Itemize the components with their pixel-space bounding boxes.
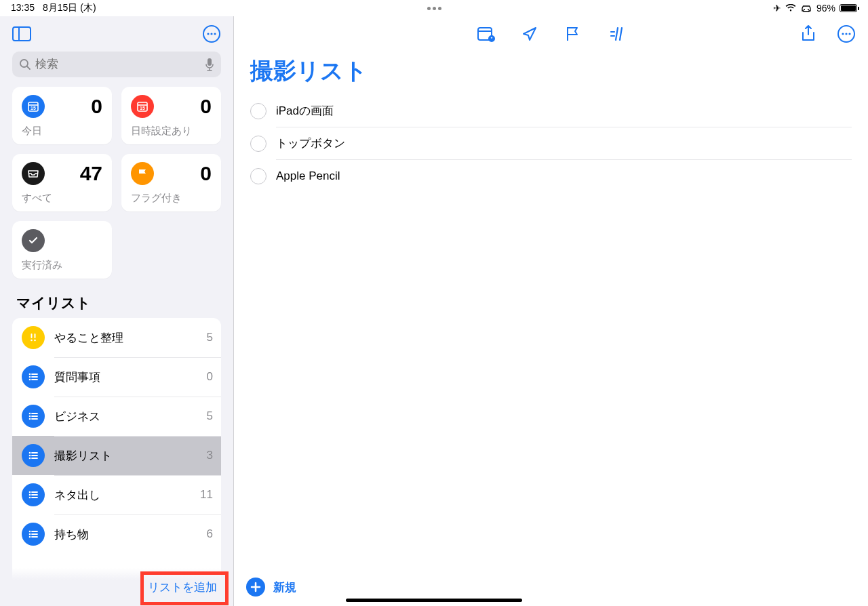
svg-rect-20	[35, 334, 36, 338]
svg-point-21	[29, 373, 31, 376]
airplane-icon: ✈	[773, 3, 781, 14]
smart-card-2[interactable]: 47 すべて	[12, 154, 112, 211]
smart-count: 0	[91, 95, 102, 118]
svg-point-19	[34, 340, 36, 342]
main-content: 撮影リスト iPadの画面 トップボタン Apple Pencil 新規	[233, 16, 868, 606]
svg-point-27	[29, 413, 31, 415]
share-icon[interactable]	[799, 24, 818, 43]
battery-icon	[840, 4, 857, 12]
svg-point-46	[29, 533, 31, 536]
list-name: 持ち物	[54, 527, 197, 542]
checkbox-circle[interactable]	[250, 168, 267, 184]
exclaim-icon	[22, 326, 45, 349]
svg-point-22	[29, 376, 31, 378]
list-count: 3	[207, 449, 213, 462]
list-row[interactable]: 質問事項 0	[12, 357, 221, 397]
smart-card-0[interactable]: 15 0 今日	[12, 87, 112, 144]
svg-point-56	[845, 33, 847, 35]
svg-line-9	[27, 66, 30, 69]
smart-count: 0	[200, 95, 212, 118]
svg-point-35	[29, 458, 31, 460]
smart-count: 0	[200, 162, 212, 185]
mic-icon[interactable]	[205, 58, 214, 71]
calendar-icon: 15	[22, 95, 45, 118]
reminder-text: トップボタン	[276, 136, 345, 151]
smart-label: フラグ付き	[131, 192, 212, 205]
smart-count: 47	[80, 162, 102, 185]
list-row[interactable]: ネタ出し 11	[12, 475, 221, 514]
reminder-row[interactable]: iPadの画面	[276, 95, 852, 127]
list-name: ビジネス	[54, 409, 197, 424]
svg-point-5	[207, 33, 209, 35]
svg-point-6	[210, 33, 212, 35]
svg-point-8	[20, 60, 28, 67]
add-list-button[interactable]: リストを追加	[141, 574, 224, 601]
smart-label: 今日	[22, 125, 102, 138]
list-row[interactable]: ビジネス 5	[12, 397, 221, 436]
list-name: やること整理	[54, 330, 197, 346]
svg-point-39	[29, 491, 31, 493]
multitask-dots[interactable]	[96, 7, 773, 10]
list-icon	[22, 365, 45, 388]
sidebar-toggle-icon[interactable]	[12, 24, 31, 43]
list-icon	[22, 483, 45, 506]
list-title: 撮影リスト	[234, 52, 868, 95]
battery-percent: 96%	[816, 3, 835, 14]
smart-label: 実行済み	[22, 259, 102, 272]
reminder-row[interactable]: トップボタン	[276, 127, 852, 160]
svg-point-29	[29, 418, 31, 420]
svg-text:15: 15	[31, 106, 36, 110]
svg-point-0	[804, 9, 805, 10]
list-icon	[22, 444, 45, 467]
status-time: 13:35	[11, 2, 35, 14]
svg-point-57	[848, 33, 850, 35]
list-icon	[22, 523, 45, 546]
list-count: 11	[200, 488, 213, 502]
list-row[interactable]: やること整理 5	[12, 318, 221, 357]
checkbox-circle[interactable]	[250, 103, 267, 119]
reminder-text: Apple Pencil	[276, 169, 340, 183]
list-count: 5	[207, 331, 213, 344]
svg-point-7	[214, 33, 216, 35]
tag-icon[interactable]	[607, 24, 626, 43]
check-icon	[22, 229, 45, 252]
smart-card-3[interactable]: 0 フラグ付き	[121, 154, 221, 211]
calendar-badge-icon[interactable]	[477, 24, 496, 43]
new-reminder-button[interactable]	[246, 578, 265, 597]
wifi-icon	[785, 4, 796, 12]
svg-point-17	[31, 340, 33, 342]
home-indicator[interactable]	[346, 599, 522, 602]
status-date: 8月15日 (木)	[43, 2, 96, 14]
smart-label: 日時設定あり	[131, 125, 212, 138]
svg-rect-18	[31, 334, 33, 338]
list-count: 5	[207, 409, 213, 423]
svg-rect-2	[13, 27, 31, 41]
svg-point-1	[808, 9, 809, 10]
search-icon	[19, 58, 31, 70]
list-row[interactable]: 持ち物 6	[12, 514, 221, 554]
svg-rect-10	[208, 58, 212, 66]
smart-card-4[interactable]: 実行済み	[12, 221, 112, 279]
svg-point-45	[29, 531, 31, 533]
sidebar: 15 0 今日 15 0 日時設定あり 47 すべて 0 フラグ付き 実行済み …	[0, 16, 233, 606]
flag-icon[interactable]	[564, 24, 583, 43]
svg-point-55	[842, 33, 844, 35]
search-input[interactable]	[12, 52, 221, 77]
svg-text:15: 15	[140, 106, 145, 110]
status-icons: ✈ 96%	[773, 3, 857, 14]
svg-point-28	[29, 416, 31, 418]
list-name: ネタ出し	[54, 487, 191, 503]
checkbox-circle[interactable]	[250, 136, 267, 152]
more-icon[interactable]	[837, 24, 856, 43]
new-reminder-label[interactable]: 新規	[273, 580, 296, 595]
reminder-row[interactable]: Apple Pencil	[276, 160, 852, 193]
location-icon[interactable]	[520, 24, 539, 43]
list-row[interactable]: 撮影リスト 3	[12, 436, 221, 475]
calendar-icon: 15	[131, 95, 154, 118]
smart-card-1[interactable]: 15 0 日時設定あり	[121, 87, 221, 144]
more-icon[interactable]	[202, 24, 221, 43]
list-count: 0	[207, 370, 213, 384]
flag-icon	[131, 162, 154, 185]
status-bar: 13:35 8月15日 (木) ✈ 96%	[0, 0, 868, 16]
list-icon	[22, 405, 45, 428]
